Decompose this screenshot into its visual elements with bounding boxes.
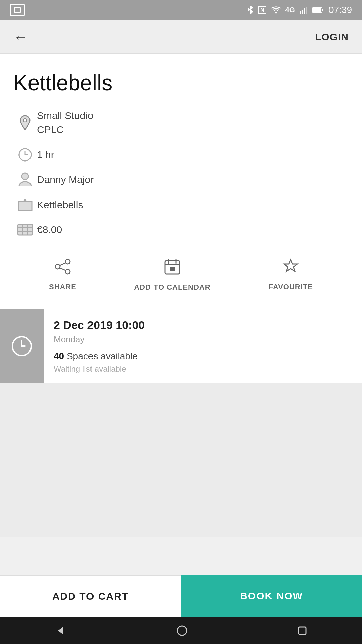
favourite-button[interactable]: FAVOURITE [268,258,313,291]
svg-rect-1 [300,11,301,14]
location-icon [13,115,37,130]
session-time-icon [0,309,44,383]
svg-line-23 [60,263,65,265]
share-button[interactable]: SHARE [49,258,76,291]
back-button[interactable]: ← [13,30,28,44]
bluetooth-icon [247,5,254,15]
duration-text: 1 hr [37,148,54,162]
svg-line-24 [60,268,65,270]
share-icon [54,258,71,279]
price-icon [13,224,37,236]
svg-point-31 [177,626,187,635]
main-content: Kettlebells Small StudioCPLC 1 hr [0,54,362,309]
wifi-icon [271,6,281,14]
nfc-icon: N [258,6,266,14]
svg-rect-2 [302,10,303,14]
home-nav-button[interactable] [176,625,188,637]
action-row: SHARE ADD TO CALENDAR FAVO [13,248,349,299]
battery-icon [312,7,324,13]
duration-row: 1 hr [13,148,349,162]
recents-square-icon [297,626,307,636]
price-text: €8.00 [37,223,62,237]
spaces-count: 40 [54,351,64,361]
status-bar-left [10,4,25,16]
svg-point-8 [23,119,27,122]
session-waiting: Waiting list available [54,364,352,374]
session-spaces: 40 Spaces available [54,351,352,362]
add-to-cart-button[interactable]: ADD TO CART [0,575,181,617]
instructor-text: Danny Major [37,173,94,187]
instructor-row: Danny Major [13,172,349,187]
spaces-label: Spaces available [67,351,138,361]
photo-icon [10,4,25,16]
add-to-calendar-label: ADD TO CALENDAR [134,283,210,292]
bottom-buttons: ADD TO CART BOOK NOW [0,575,362,617]
share-label: SHARE [49,283,76,291]
gray-area [0,383,362,537]
session-datetime: 2 Dec 2019 10:00 [54,319,352,332]
price-row: €8.00 [13,223,349,237]
duration-icon [13,148,37,162]
category-text: Kettlebells [37,198,83,212]
instructor-icon [13,172,37,187]
recents-nav-button[interactable] [297,626,307,636]
category-icon [13,199,37,211]
signal-4g-icon: 4G [285,6,295,14]
back-triangle-icon [55,625,67,637]
svg-point-22 [65,269,70,274]
status-time: 07:39 [328,5,352,15]
book-now-button[interactable]: BOOK NOW [181,575,362,617]
svg-point-21 [55,264,60,269]
svg-rect-32 [299,627,306,634]
status-bar: N 4G 07:39 [0,0,362,20]
top-nav: ← LOGIN [0,20,362,54]
favourite-label: FAVOURITE [268,283,313,291]
svg-rect-15 [18,224,33,235]
android-nav-bar [0,617,362,644]
location-row: Small StudioCPLC [13,109,349,137]
session-card-content: 2 Dec 2019 10:00 Monday 40 Spaces availa… [44,309,362,383]
signal-bars-icon [300,6,308,14]
svg-point-14 [22,173,28,180]
session-card: 2 Dec 2019 10:00 Monday 40 Spaces availa… [0,309,362,383]
back-nav-button[interactable] [55,625,67,637]
location-text: Small StudioCPLC [37,109,93,137]
svg-rect-3 [304,8,305,14]
calendar-icon [164,258,181,279]
home-circle-icon [176,625,188,637]
status-bar-right: N 4G 07:39 [247,5,352,15]
svg-rect-7 [313,8,321,12]
category-row: Kettlebells [13,198,349,212]
class-title: Kettlebells [13,70,349,95]
svg-point-0 [275,12,277,14]
star-icon [282,258,299,279]
svg-rect-6 [322,9,323,11]
add-to-calendar-button[interactable]: ADD TO CALENDAR [134,258,210,292]
login-button[interactable]: LOGIN [315,31,349,43]
svg-rect-4 [306,7,307,14]
svg-point-20 [65,259,70,264]
session-day: Monday [54,334,352,345]
svg-rect-29 [170,267,175,271]
